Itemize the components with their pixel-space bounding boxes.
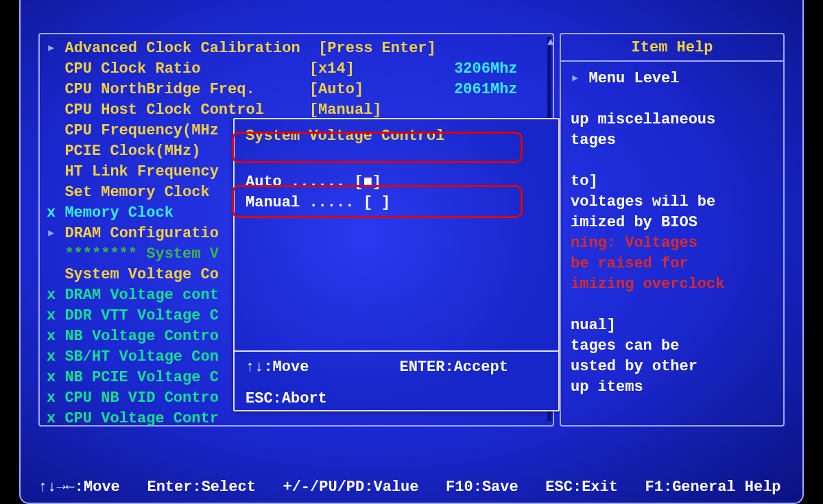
help-line: to] (571, 171, 774, 192)
setting-row[interactable]: CPU NorthBridge Freq. [Auto] 2061Mhz (43, 80, 550, 100)
help-line: imized by BIOS (571, 213, 774, 233)
setting-row[interactable]: CPU Clock Ratio [x14] 3206Mhz (43, 59, 550, 80)
voltage-popup: System Voltage Control Auto ...... [■] M… (233, 118, 560, 411)
option-auto[interactable]: Auto ...... [■] (235, 172, 558, 193)
help-title: Item Help (561, 34, 783, 62)
row-value: [Manual] (309, 101, 427, 119)
row-prefix-icon: x (47, 328, 64, 345)
row-prefix-icon: x (47, 389, 64, 407)
row-prefix-icon (47, 266, 64, 283)
row-info: 2061Mhz (454, 81, 517, 98)
row-label: CPU Clock Ratio (64, 60, 291, 77)
row-prefix-icon: x (47, 287, 64, 304)
footer-line-1: ↑↓→←:Move Enter:Select +/-/PU/PD:Value F… (38, 477, 785, 498)
row-prefix-icon (47, 81, 64, 98)
row-label: CPU NB VID Contro (64, 389, 218, 407)
help-line: be raised for (571, 254, 774, 274)
row-prefix-icon: ▸ (47, 225, 64, 242)
row-prefix-icon: x (47, 410, 64, 427)
help-line: voltages will be (571, 192, 774, 213)
row-label: DRAM Configuratio (64, 225, 218, 242)
row-label: CPU NorthBridge Freq. (64, 81, 291, 98)
row-label: HT Link Frequency (64, 163, 218, 180)
bios-screen: ▸ Advanced Clock Calibration [Press Ente… (19, 0, 804, 504)
row-label: Memory Clock (64, 204, 218, 221)
row-label: NB PCIE Voltage C (64, 369, 218, 386)
row-prefix-icon (47, 184, 64, 201)
popup-title: System Voltage Control (235, 125, 558, 147)
help-line: tages (571, 130, 774, 151)
help-line (571, 151, 774, 171)
help-pane: Item Help ▸ Menu Level up miscellaneoust… (560, 33, 785, 427)
row-label: PCIE Clock(MHz) (64, 143, 218, 160)
option-manual[interactable]: Manual ..... [ ] (235, 193, 558, 213)
row-label: CPU Voltage Contr (64, 410, 218, 427)
row-prefix-icon (47, 143, 64, 160)
row-prefix-icon (47, 101, 64, 119)
row-value: [x14] (309, 60, 427, 77)
footer-hints: ↑↓→←:Move Enter:Select +/-/PU/PD:Value F… (38, 436, 785, 504)
help-line: usted by other (571, 357, 774, 377)
row-prefix-icon: x (47, 369, 64, 386)
help-line: ning: Voltages (571, 233, 774, 254)
row-prefix-icon (47, 60, 64, 77)
help-line: up items (571, 377, 774, 398)
row-prefix-icon (47, 122, 64, 139)
row-label: NB Voltage Contro (64, 328, 218, 345)
scroll-up-icon[interactable]: ▲ (547, 37, 551, 48)
row-label: CPU Frequency(MHz (64, 122, 218, 139)
help-line: tages can be (571, 336, 774, 357)
row-label: ******** System V (64, 245, 218, 263)
setting-row[interactable]: ▸ Advanced Clock Calibration [Press Ente… (43, 38, 550, 59)
row-prefix-icon: x (47, 307, 64, 324)
row-label: DRAM Voltage cont (64, 287, 218, 304)
help-line: up miscellaneous (571, 110, 774, 130)
row-prefix-icon: ▸ (47, 40, 64, 57)
help-line: imizing overclock (571, 274, 774, 295)
row-label: DDR VTT Voltage C (64, 307, 218, 324)
help-line: nual] (571, 315, 774, 336)
row-prefix-icon (47, 245, 64, 263)
row-info: 3206Mhz (454, 60, 517, 77)
row-prefix-icon (47, 163, 64, 180)
row-label: SB/HT Voltage Con (64, 348, 218, 365)
row-label: System Voltage Co (64, 266, 218, 283)
row-label: Set Memory Clock (64, 184, 218, 201)
menu-level-label: ▸ Menu Level (571, 69, 774, 89)
help-line (571, 89, 774, 110)
popup-hint-esc: ESC:Abort (235, 383, 558, 415)
row-value: [Press Enter] (318, 40, 436, 57)
row-prefix-icon: x (47, 204, 64, 221)
row-label: CPU Host Clock Control (64, 101, 291, 119)
row-label: Advanced Clock Calibration (64, 40, 300, 57)
row-value: [Auto] (309, 81, 427, 98)
row-prefix-icon: x (47, 348, 64, 365)
help-line (571, 295, 774, 315)
popup-hint-move: ↑↓:Move ENTER:Accept (235, 352, 558, 383)
